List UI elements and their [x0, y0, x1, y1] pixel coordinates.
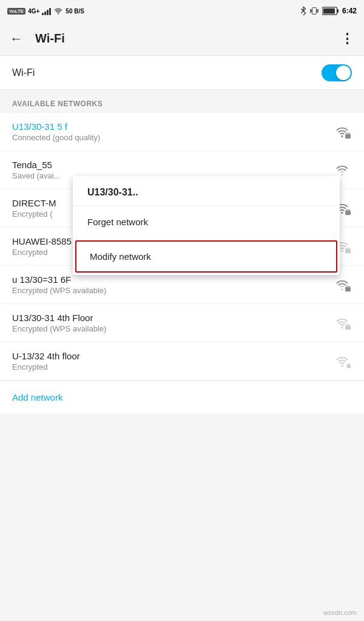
wifi-icon-u13-6f: [332, 277, 352, 293]
network-status-u1332: Encrypted: [12, 362, 332, 372]
network-info-u13-6f: u 13/30=31 6F Encrypted (WPS available): [12, 274, 332, 295]
vibrate-icon: [309, 6, 319, 16]
wifi-status-icon: [53, 7, 63, 15]
context-menu-title: U13/30-31..: [73, 176, 340, 206]
wifi-toggle-switch[interactable]: [322, 64, 352, 81]
status-bar: VoLTE 4G+ 50 B/S: [0, 0, 364, 22]
network-name-u1332: U-13/32 4th floor: [12, 351, 332, 361]
network-name-connected: U13/30-31 5 f: [12, 121, 332, 132]
wifi-icon-u13-4th: [332, 315, 352, 331]
time-display: 6:42: [342, 7, 357, 15]
svg-rect-6: [337, 9, 339, 12]
network-status-connected: Connected (good quality): [12, 133, 332, 142]
nav-bar: ← Wi-Fi ⋮: [0, 22, 364, 56]
network-item-connected[interactable]: U13/30-31 5 f Connected (good quality): [0, 113, 364, 151]
toggle-knob: [336, 66, 351, 80]
network-info-u13-4th: U13/30-31 4th Floor Encrypted (WPS avail…: [12, 313, 332, 333]
status-left: VoLTE 4G+ 50 B/S: [7, 7, 84, 15]
watermark: wsxdn.com: [323, 609, 357, 616]
volte-badge: VoLTE: [7, 8, 25, 15]
battery-icon: [322, 7, 339, 15]
wifi-icon-connected: [332, 124, 352, 140]
network-status-u13-4th: Encrypted (WPS available): [12, 324, 332, 333]
network-item-u1332[interactable]: U-13/32 4th floor Encrypted: [0, 342, 364, 381]
back-button[interactable]: ←: [10, 31, 23, 47]
status-right: 6:42: [300, 6, 357, 16]
wifi-setting-label: Wi-Fi: [12, 67, 322, 78]
network-item-u13-4th[interactable]: U13/30-31 4th Floor Encrypted (WPS avail…: [0, 304, 364, 342]
forget-network-option[interactable]: Forget network: [73, 206, 340, 238]
svg-rect-7: [323, 8, 335, 14]
network-name-u13-6f: u 13/30=31 6F: [12, 274, 332, 285]
modify-network-option[interactable]: Modify network: [75, 240, 337, 273]
network-speed: 50 B/S: [66, 8, 84, 15]
add-network-button[interactable]: Add network: [0, 381, 364, 413]
network-status-u13-6f: Encrypted (WPS available): [12, 286, 332, 295]
network-info-u1332: U-13/32 4th floor Encrypted: [12, 351, 332, 372]
wifi-icon-u1332: [332, 353, 352, 369]
page-title: Wi-Fi: [35, 32, 340, 46]
svg-rect-17: [346, 325, 350, 327]
bluetooth-icon: [300, 6, 306, 16]
network-type: 4G+: [28, 8, 39, 15]
context-menu: U13/30-31.. Forget network Modify networ…: [73, 176, 340, 275]
svg-rect-19: [348, 364, 350, 365]
wifi-toggle-row: Wi-Fi: [0, 56, 364, 90]
more-options-button[interactable]: ⋮: [340, 31, 354, 47]
network-name-u13-4th: U13/30-31 4th Floor: [12, 313, 332, 323]
signal-bars-icon: [42, 7, 51, 15]
network-info-connected: U13/30-31 5 f Connected (good quality): [12, 121, 332, 142]
network-name-tenda: Tenda_55: [12, 160, 332, 170]
available-networks-header: AVAILABLE NETWORKS: [0, 90, 364, 113]
svg-rect-0: [312, 8, 317, 15]
